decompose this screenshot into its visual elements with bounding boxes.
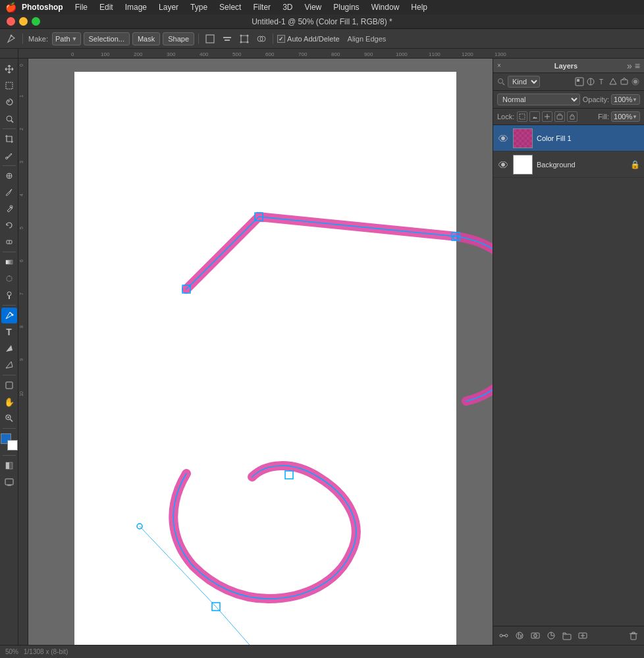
blur-tool[interactable] <box>1 271 17 287</box>
menu-image[interactable]: Image <box>120 1 152 13</box>
mask-button[interactable]: Mask <box>132 32 160 45</box>
layer-item-background[interactable]: Background 🔒 <box>493 151 644 178</box>
tool-separator-2 <box>3 165 16 166</box>
maximize-window-button[interactable] <box>32 17 40 26</box>
auto-add-delete-label: Auto Add/Delete <box>287 35 340 43</box>
layer-visibility-color-fill-1[interactable] <box>497 132 509 144</box>
canvas-area[interactable]: × Layers » ≡ Kind T <box>28 59 644 645</box>
selection-button[interactable]: Selection... <box>84 32 130 45</box>
blend-mode-dropdown[interactable]: Normal <box>497 94 580 105</box>
toolbar-separator-3 <box>273 34 273 44</box>
align-edges-label: Align Edges <box>348 35 387 43</box>
healing-brush-tool[interactable] <box>1 168 17 184</box>
minimize-window-button[interactable] <box>19 17 28 26</box>
quick-select-tool[interactable] <box>1 111 17 126</box>
shape-button[interactable]: Shape <box>163 32 194 45</box>
menu-layer[interactable]: Layer <box>153 1 184 13</box>
opacity-input-wrapper[interactable]: 100% ▼ <box>611 94 640 105</box>
transform-icon[interactable] <box>237 32 252 46</box>
link-layers-icon[interactable] <box>497 629 510 642</box>
crop-tool[interactable] <box>1 131 17 147</box>
history-brush-tool[interactable] <box>1 217 17 233</box>
color-filter-icon[interactable] <box>631 77 640 86</box>
dodge-tool[interactable] <box>1 287 17 303</box>
marquee-tool[interactable] <box>1 78 17 94</box>
menu-window[interactable]: Window <box>366 1 405 13</box>
adjustment-layer-icon[interactable] <box>586 77 595 86</box>
tool-separator-1 <box>3 128 16 129</box>
background-color[interactable] <box>7 440 18 451</box>
add-group-icon[interactable] <box>560 629 574 642</box>
svg-point-13 <box>5 157 7 159</box>
eraser-tool[interactable] <box>1 234 17 250</box>
path-dropdown[interactable]: Path ▼ <box>52 32 81 45</box>
lasso-tool[interactable] <box>1 94 17 110</box>
lock-artboard-icon[interactable] <box>554 111 565 122</box>
lock-all-icon[interactable] <box>567 111 577 122</box>
auto-add-delete-checkbox-area[interactable]: Auto Add/Delete <box>277 35 340 43</box>
quick-mask-mode[interactable] <box>1 458 17 474</box>
align-distribute-icon[interactable] <box>220 32 234 46</box>
document-canvas[interactable] <box>74 72 456 645</box>
layers-panel-expand-icon[interactable]: » <box>627 61 632 71</box>
toolbar-separator-2 <box>198 34 199 44</box>
menu-edit[interactable]: Edit <box>94 1 119 13</box>
delete-layer-icon[interactable] <box>627 629 640 642</box>
smart-object-layer-icon[interactable] <box>620 77 629 86</box>
svg-point-6 <box>247 41 249 43</box>
opacity-control: Opacity: 100% ▼ <box>583 94 640 105</box>
lock-image-pixels-icon[interactable] <box>529 111 540 122</box>
eyedropper-tool[interactable] <box>1 148 17 163</box>
screen-mode[interactable] <box>1 474 17 490</box>
pen-tool-sidebar[interactable] <box>1 308 17 323</box>
svg-rect-68 <box>563 634 571 640</box>
gradient-tool[interactable] <box>1 254 17 270</box>
fill-input-wrapper[interactable]: 100% ▼ <box>611 111 640 122</box>
shape-layer-icon[interactable] <box>608 77 618 86</box>
color-swatches[interactable] <box>1 433 18 451</box>
clone-stamp-tool[interactable] <box>1 201 17 217</box>
hand-tool[interactable]: ✋ <box>1 394 17 410</box>
menu-filter[interactable]: Filter <box>248 1 276 13</box>
lock-transparent-pixels-icon[interactable] <box>517 111 527 122</box>
add-new-layer-icon[interactable] <box>576 629 589 642</box>
layers-kind-dropdown[interactable]: Kind <box>508 76 540 88</box>
close-window-button[interactable] <box>7 17 15 26</box>
menu-select[interactable]: Select <box>214 1 246 13</box>
layer-visibility-background[interactable] <box>497 159 509 171</box>
shape-tool-sidebar[interactable] <box>1 377 17 393</box>
brush-tool[interactable] <box>1 184 17 200</box>
layers-panel-close-icon[interactable]: × <box>497 62 501 69</box>
zoom-level: 50% <box>5 648 18 655</box>
type-layer-icon[interactable]: T <box>597 77 606 86</box>
menu-file[interactable]: File <box>70 1 93 13</box>
menu-type[interactable]: Type <box>185 1 213 13</box>
layers-panel-menu-icon[interactable]: ≡ <box>635 61 640 71</box>
svg-rect-61 <box>500 634 502 637</box>
path-selection-tool[interactable] <box>1 341 17 356</box>
menu-3d[interactable]: 3D <box>277 1 298 13</box>
add-layer-style-icon[interactable]: fx <box>513 629 526 642</box>
pixel-layer-icon[interactable] <box>575 77 584 86</box>
auto-add-delete-checkbox[interactable] <box>277 35 285 43</box>
move-tool[interactable] <box>1 61 17 77</box>
svg-rect-62 <box>505 634 508 637</box>
path-ops-icon[interactable] <box>254 32 269 46</box>
zoom-tool[interactable] <box>1 410 17 426</box>
pen-tool-icon[interactable] <box>4 32 18 46</box>
ruler-tick-800: 800 <box>331 51 340 57</box>
menu-plugins[interactable]: Plugins <box>328 1 364 13</box>
layer-item-color-fill-1[interactable]: Color Fill 1 <box>493 125 644 151</box>
add-mask-icon[interactable] <box>529 629 542 642</box>
svg-point-55 <box>633 80 637 84</box>
menu-help[interactable]: Help <box>406 1 433 13</box>
lock-position-icon[interactable] <box>542 111 552 122</box>
statusbar: 50% 1/1308 x (8-bit) <box>0 645 644 658</box>
ruler-v-tick-4: 4 <box>19 194 24 196</box>
menu-view[interactable]: View <box>299 1 327 13</box>
geometry-options-icon[interactable] <box>203 32 217 46</box>
text-tool[interactable]: T <box>1 324 17 340</box>
svg-rect-24 <box>6 382 13 389</box>
add-adjustment-layer-icon[interactable] <box>545 629 558 642</box>
direct-selection-tool[interactable] <box>1 357 17 373</box>
